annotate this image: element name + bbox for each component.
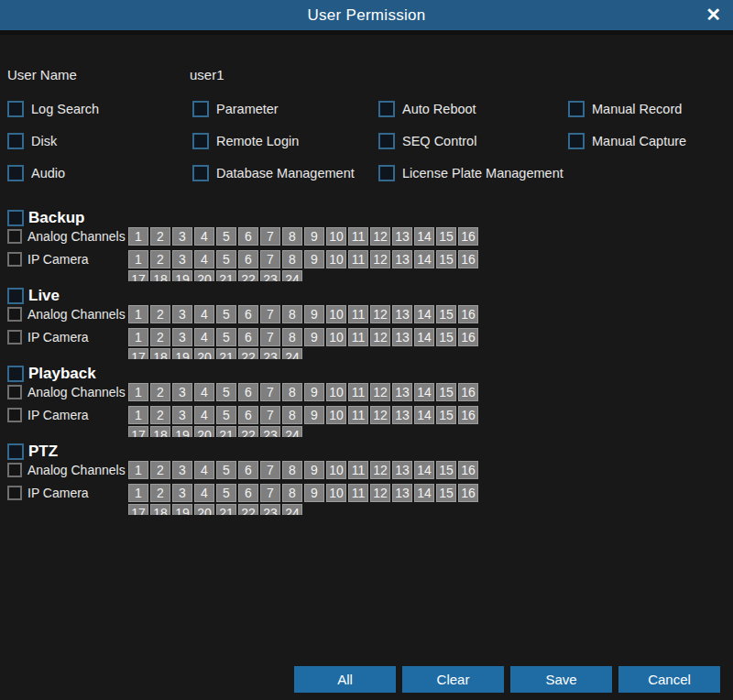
channel-button-9[interactable]: 9	[304, 328, 324, 346]
channel-button-22[interactable]: 22	[238, 504, 258, 515]
checkbox-backup[interactable]	[7, 210, 24, 226]
channel-button-10[interactable]: 10	[326, 406, 346, 424]
channel-button-16[interactable]: 16	[458, 461, 478, 479]
channel-button-20[interactable]: 20	[194, 504, 214, 515]
channel-button-8[interactable]: 8	[282, 227, 302, 246]
channel-button-2[interactable]: 2	[150, 484, 170, 502]
channel-button-15[interactable]: 15	[436, 227, 456, 246]
channel-button-18[interactable]: 18	[150, 426, 170, 437]
channel-button-19[interactable]: 19	[172, 270, 192, 281]
channel-button-17[interactable]: 17	[128, 426, 148, 437]
channel-button-2[interactable]: 2	[150, 305, 170, 323]
checkbox-playback-analog-channels[interactable]	[7, 385, 22, 399]
checkbox-manual-capture[interactable]	[568, 133, 585, 149]
channel-button-14[interactable]: 14	[414, 484, 434, 502]
channel-button-14[interactable]: 14	[414, 227, 434, 246]
permission-parameter[interactable]: Parameter	[192, 101, 378, 117]
channel-button-19[interactable]: 19	[172, 504, 192, 515]
channel-button-16[interactable]: 16	[458, 328, 478, 346]
checkbox-manual-record[interactable]	[568, 101, 585, 117]
channel-button-19[interactable]: 19	[172, 348, 192, 359]
checkbox-live-analog-channels[interactable]	[7, 307, 22, 322]
channel-button-2[interactable]: 2	[150, 406, 170, 424]
channel-button-15[interactable]: 15	[436, 250, 456, 268]
channel-button-6[interactable]: 6	[238, 383, 258, 401]
channel-button-7[interactable]: 7	[260, 227, 280, 246]
channel-button-3[interactable]: 3	[172, 383, 192, 401]
channel-button-9[interactable]: 9	[304, 406, 324, 424]
channel-button-24[interactable]: 24	[282, 504, 302, 515]
channel-button-11[interactable]: 11	[348, 383, 368, 401]
channel-button-19[interactable]: 19	[172, 426, 192, 437]
channel-button-5[interactable]: 5	[216, 227, 236, 246]
channel-button-11[interactable]: 11	[348, 328, 368, 346]
channel-button-3[interactable]: 3	[172, 406, 192, 424]
channel-button-4[interactable]: 4	[194, 406, 214, 424]
channel-button-8[interactable]: 8	[282, 461, 302, 479]
channel-button-5[interactable]: 5	[216, 406, 236, 424]
channel-button-23[interactable]: 23	[260, 270, 280, 281]
checkbox-ptz-ip-camera[interactable]	[7, 486, 22, 500]
channel-button-23[interactable]: 23	[260, 348, 280, 359]
checkbox-playback[interactable]	[7, 366, 24, 382]
channel-button-2[interactable]: 2	[150, 250, 170, 268]
channel-button-8[interactable]: 8	[282, 484, 302, 502]
channel-button-21[interactable]: 21	[216, 270, 236, 281]
channel-button-3[interactable]: 3	[172, 305, 192, 323]
channel-button-8[interactable]: 8	[282, 383, 302, 401]
channel-button-5[interactable]: 5	[216, 484, 236, 502]
channel-button-1[interactable]: 1	[128, 328, 148, 346]
channel-button-7[interactable]: 7	[260, 305, 280, 323]
channel-button-13[interactable]: 13	[392, 406, 412, 424]
checkbox-audio[interactable]	[7, 165, 24, 181]
channel-button-4[interactable]: 4	[194, 383, 214, 401]
permission-remote-login[interactable]: Remote Login	[192, 133, 378, 149]
channel-button-8[interactable]: 8	[282, 406, 302, 424]
channel-button-22[interactable]: 22	[238, 270, 258, 281]
channel-button-3[interactable]: 3	[172, 227, 192, 246]
channel-button-4[interactable]: 4	[194, 461, 214, 479]
channel-button-11[interactable]: 11	[348, 305, 368, 323]
channel-button-17[interactable]: 17	[128, 270, 148, 281]
channel-button-14[interactable]: 14	[414, 461, 434, 479]
channel-button-9[interactable]: 9	[304, 383, 324, 401]
channel-button-15[interactable]: 15	[436, 305, 456, 323]
close-icon[interactable]: ✕	[706, 3, 721, 27]
channel-button-24[interactable]: 24	[282, 426, 302, 437]
channel-button-2[interactable]: 2	[150, 227, 170, 246]
channel-button-9[interactable]: 9	[304, 461, 324, 479]
channel-button-14[interactable]: 14	[414, 383, 434, 401]
channel-button-18[interactable]: 18	[150, 270, 170, 281]
checkbox-backup-analog-channels[interactable]	[7, 229, 22, 244]
channel-button-6[interactable]: 6	[238, 484, 258, 502]
channel-button-9[interactable]: 9	[304, 484, 324, 502]
channel-button-11[interactable]: 11	[348, 250, 368, 268]
channel-button-2[interactable]: 2	[150, 328, 170, 346]
channel-button-11[interactable]: 11	[348, 406, 368, 424]
channel-button-2[interactable]: 2	[150, 383, 170, 401]
channel-button-5[interactable]: 5	[216, 305, 236, 323]
channel-button-4[interactable]: 4	[194, 305, 214, 323]
permission-auto-reboot[interactable]: Auto Reboot	[378, 101, 568, 117]
channel-button-15[interactable]: 15	[436, 406, 456, 424]
channel-button-21[interactable]: 21	[216, 426, 236, 437]
channel-button-1[interactable]: 1	[128, 406, 148, 424]
channel-button-12[interactable]: 12	[370, 305, 390, 323]
checkbox-parameter[interactable]	[192, 101, 209, 117]
permission-database-management[interactable]: Database Management	[192, 165, 378, 181]
checkbox-seq-control[interactable]	[378, 133, 395, 149]
channel-button-1[interactable]: 1	[128, 461, 148, 479]
channel-button-16[interactable]: 16	[458, 227, 478, 246]
channel-button-3[interactable]: 3	[172, 250, 192, 268]
checkbox-auto-reboot[interactable]	[378, 101, 395, 117]
channel-button-16[interactable]: 16	[458, 383, 478, 401]
channel-button-18[interactable]: 18	[150, 348, 170, 359]
channel-button-7[interactable]: 7	[260, 461, 280, 479]
permission-log-search[interactable]: Log Search	[7, 101, 192, 117]
checkbox-remote-login[interactable]	[192, 133, 209, 149]
channel-button-16[interactable]: 16	[458, 484, 478, 502]
channel-button-17[interactable]: 17	[128, 504, 148, 515]
channel-button-6[interactable]: 6	[238, 328, 258, 346]
channel-button-7[interactable]: 7	[260, 484, 280, 502]
channel-button-11[interactable]: 11	[348, 461, 368, 479]
